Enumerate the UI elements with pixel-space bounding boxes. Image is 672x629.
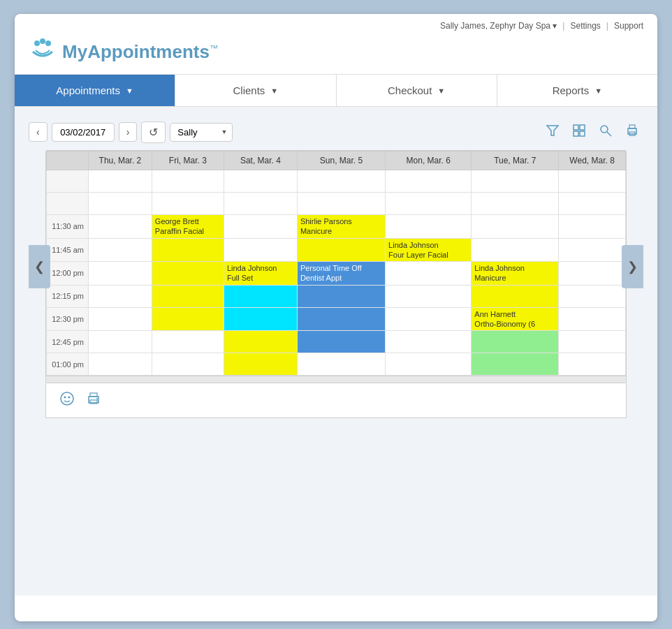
print-bottom-button[interactable] xyxy=(84,389,103,412)
cell-wed-1230[interactable] xyxy=(559,307,626,331)
cell-sun-0100[interactable] xyxy=(297,353,385,376)
cell-sun-1130[interactable]: Shirlie ParsonsManicure xyxy=(297,215,385,239)
cell-thu-1130[interactable] xyxy=(89,215,152,239)
svg-point-1 xyxy=(40,38,45,44)
cell-wed-0100[interactable] xyxy=(559,353,626,376)
cell-fri-1[interactable] xyxy=(152,193,224,215)
cookie-button[interactable] xyxy=(57,389,77,412)
svg-point-15 xyxy=(68,397,71,399)
cell-thu-1[interactable] xyxy=(89,193,152,215)
cell-thu-1245[interactable] xyxy=(89,331,152,353)
nav-checkout[interactable]: Checkout ▼ xyxy=(337,75,497,106)
time-cell xyxy=(47,193,89,215)
cell-mon-1200[interactable] xyxy=(386,262,472,286)
cell-thu-1230[interactable] xyxy=(89,307,152,331)
table-row: 01:00 pm xyxy=(47,353,626,376)
cell-mon-1[interactable] xyxy=(386,193,472,215)
cell-fri-0[interactable] xyxy=(152,170,224,193)
cell-thu-0[interactable] xyxy=(89,170,152,193)
search-button[interactable] xyxy=(594,121,617,143)
cell-wed-1145[interactable] xyxy=(559,238,626,262)
cell-wed-1245[interactable] xyxy=(559,331,626,353)
cell-thu-0100[interactable] xyxy=(89,353,152,376)
cell-sun-1[interactable] xyxy=(297,193,385,215)
settings-link[interactable]: Settings xyxy=(570,21,600,31)
cell-tue-1245[interactable] xyxy=(472,331,559,353)
cal-toolbar: ‹ › ↺ Sally xyxy=(29,121,643,143)
cell-fri-1230[interactable] xyxy=(152,307,224,331)
cell-fri-1245[interactable] xyxy=(152,331,224,353)
prev-week-button[interactable]: ‹ xyxy=(29,122,48,142)
cell-wed-1130[interactable] xyxy=(559,215,626,239)
cell-sat-1130[interactable] xyxy=(224,215,297,239)
cell-tue-1145[interactable] xyxy=(472,238,559,262)
cell-fri-1145[interactable] xyxy=(152,238,224,262)
cell-sun-1200[interactable]: Personal Time OffDentist Appt xyxy=(297,262,385,286)
cell-thu-1200[interactable] xyxy=(89,262,152,286)
cell-sun-0[interactable] xyxy=(297,170,385,193)
cell-fri-1215[interactable] xyxy=(152,285,224,307)
scroll-right-button[interactable]: ❯ xyxy=(622,245,643,288)
refresh-button[interactable]: ↺ xyxy=(141,121,166,143)
cell-thu-1215[interactable] xyxy=(89,285,152,307)
cell-mon-0100[interactable] xyxy=(386,353,472,376)
nav-reports[interactable]: Reports ▼ xyxy=(497,75,657,106)
scroll-left-button[interactable]: ❮ xyxy=(29,245,50,288)
nav-clients[interactable]: Clients ▼ xyxy=(175,75,336,106)
next-week-button[interactable]: › xyxy=(119,122,138,142)
staff-select[interactable]: Sally xyxy=(170,123,233,142)
cell-wed-1[interactable] xyxy=(559,193,626,215)
cell-mon-1130[interactable] xyxy=(386,215,472,239)
table-row: 12:30 pm Ann HarnettOrtho-Bionomy (6 xyxy=(47,307,626,331)
time-1245: 12:45 pm xyxy=(47,331,89,353)
table-row: 12:15 pm xyxy=(47,285,626,307)
cell-fri-0100[interactable] xyxy=(152,353,224,376)
table-row xyxy=(47,170,626,193)
cell-tue-0100[interactable] xyxy=(472,353,559,376)
user-arrow: ▾ xyxy=(553,21,557,31)
filter-button[interactable] xyxy=(541,121,564,143)
cell-wed-0[interactable] xyxy=(559,170,626,193)
cell-sun-1230[interactable] xyxy=(297,307,385,331)
cell-wed-1200[interactable] xyxy=(559,262,626,286)
cell-tue-1230[interactable]: Ann HarnettOrtho-Bionomy (6 xyxy=(472,307,559,331)
cell-sat-1[interactable] xyxy=(224,193,297,215)
time-1145: 11:45 am xyxy=(47,238,89,262)
cell-sat-1230[interactable] xyxy=(224,307,297,331)
svg-point-8 xyxy=(601,126,608,133)
time-1130: 11:30 am xyxy=(47,215,89,239)
table-row: 11:45 am Linda JohnsonFour Layer Facial xyxy=(47,238,626,262)
cell-sun-1215[interactable] xyxy=(297,285,385,307)
cell-sat-1200[interactable]: Linda JohnsonFull Set xyxy=(224,262,297,286)
cell-tue-1200[interactable]: Linda JohnsonManicure xyxy=(472,262,559,286)
nav-clients-label: Clients xyxy=(233,84,265,96)
support-link[interactable]: Support xyxy=(614,21,643,31)
cell-tue-1215[interactable] xyxy=(472,285,559,307)
cell-mon-0[interactable] xyxy=(386,170,472,193)
date-input[interactable] xyxy=(52,123,115,142)
cell-mon-1145[interactable]: Linda JohnsonFour Layer Facial xyxy=(386,238,472,262)
logo-bar: MyAppointments™ xyxy=(15,38,657,74)
grid-view-button[interactable] xyxy=(568,121,590,143)
cell-sat-1215[interactable] xyxy=(224,285,297,307)
cell-tue-1130[interactable] xyxy=(472,215,559,239)
cell-fri-1130[interactable]: George BrettParaffin Facial xyxy=(152,215,224,239)
cell-sat-0[interactable] xyxy=(224,170,297,193)
cell-sun-1145[interactable] xyxy=(297,238,385,262)
cell-thu-1145[interactable] xyxy=(89,238,152,262)
cell-sat-1145[interactable] xyxy=(224,238,297,262)
cell-sun-1245[interactable] xyxy=(297,331,385,353)
print-button[interactable] xyxy=(621,121,643,143)
cell-fri-1200[interactable] xyxy=(152,262,224,286)
col-wed: Wed, Mar. 8 xyxy=(559,151,626,170)
scroll-bar[interactable] xyxy=(46,376,626,383)
cell-mon-1245[interactable] xyxy=(386,331,472,353)
nav-appointments[interactable]: Appointments ▼ xyxy=(15,75,175,106)
cell-mon-1215[interactable] xyxy=(386,285,472,307)
cell-mon-1230[interactable] xyxy=(386,307,472,331)
cell-wed-1215[interactable] xyxy=(559,285,626,307)
cell-tue-1[interactable] xyxy=(472,193,559,215)
cell-tue-0[interactable] xyxy=(472,170,559,193)
cell-sat-0100[interactable] xyxy=(224,353,297,376)
cell-sat-1245[interactable] xyxy=(224,331,297,353)
